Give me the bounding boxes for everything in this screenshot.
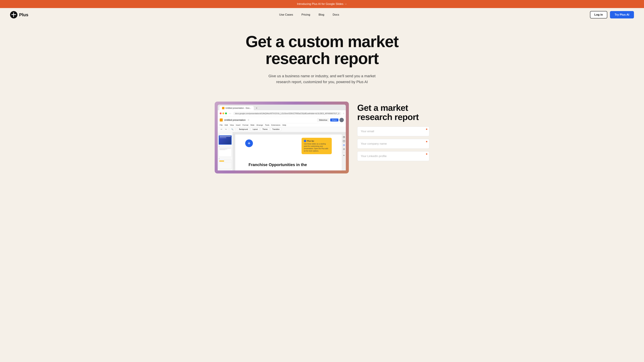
main-content: Untitled presentation - Goo... + ‹ › doc… [204,93,440,173]
new-tab-button[interactable]: + [254,106,258,110]
login-button[interactable]: Log in [590,11,607,18]
hero-title: Get a custom market research report [230,33,414,67]
announcement-banner[interactable]: Introducing Plus AI for Google Slides → [0,0,644,8]
transition-button[interactable]: Transition [270,128,282,131]
nav-blog[interactable]: Blog [319,13,324,16]
menu-tools[interactable]: Tools [265,124,269,126]
nav-docs[interactable]: Docs [333,13,339,16]
side-tool-3[interactable] [343,144,345,146]
browser-chrome: Untitled presentation - Goo... + ‹ › doc… [218,105,346,170]
side-toolbar: + [342,134,346,170]
separator-2 [236,128,236,131]
browser-mock: Untitled presentation - Goo... + ‹ › doc… [215,102,349,173]
hero-subtitle: Give us a business name or industry, and… [263,73,381,85]
back-button[interactable]: ‹ [229,112,230,115]
plus-tip-header-text: Plus tip: [307,140,314,142]
side-tool-1[interactable] [343,136,345,138]
linkedin-input[interactable] [357,151,429,161]
format-bar: ↩ ↪ 🔍 Background Layout Theme Transition [218,127,346,132]
slide-title: Franchise Opportunities in the [248,162,307,167]
plus-tip-body: Use these slides as a starting point for… [304,143,330,152]
minimize-dot[interactable] [222,112,224,114]
side-toolbar-separator [343,152,345,152]
plus-tip-box: + Plus tip: Use these slides as a starti… [302,138,332,154]
svg-rect-3 [343,140,345,142]
logo-text: Plus [19,12,28,17]
main-slide-area: + Plus tip: Use these slides as a starti… [233,132,346,170]
slide-area: 1 2 [218,132,346,170]
slides-panel: 1 2 [218,132,233,170]
add-slide-button[interactable]: + [343,154,345,157]
url-bar[interactable]: docs.google.com/presentation/d/1AkQHkoX9… [233,112,342,115]
plus-badge-icon [245,139,253,147]
browser-controls: ‹ › docs.google.com/presentation/d/1AkQH… [218,110,346,117]
hero-section: Get a custom market research report Give… [0,21,644,93]
app-title-bar: Untitled presentation ☆ Slideshow Share [218,117,346,123]
redo-button[interactable]: ↪ [224,128,228,131]
theme-button[interactable]: Theme [260,128,269,131]
vertical-ruler [233,134,235,170]
side-tool-4[interactable] [343,148,345,150]
menu-file[interactable]: File [220,124,223,126]
svg-point-5 [343,148,345,150]
menu-help[interactable]: Help [282,124,286,126]
navbar: Plus Use Cases Pricing Blog Docs Log in … [0,8,644,21]
menu-insert[interactable]: Insert [236,124,240,126]
company-input[interactable] [357,139,429,149]
announcement-text: Introducing Plus AI for Google Slides → [297,2,347,6]
url-text: docs.google.com/presentation/d/1AkQHkoX9… [235,112,340,114]
menu-extensions[interactable]: Extensions [271,124,280,126]
nav-links: Use Cases Pricing Blog Docs [279,13,339,16]
tab-favicon [222,107,224,109]
company-field-group [357,139,429,149]
bookmark-icon[interactable]: ☆ [343,112,345,115]
form-title: Get a market research report [357,103,429,121]
share-button[interactable]: Share [330,118,338,121]
horizontal-ruler [233,132,346,134]
linkedin-field-group [357,151,429,161]
email-input[interactable] [357,126,429,136]
menu-edit[interactable]: Edit [225,124,228,126]
slideshow-button[interactable]: Slideshow [317,118,329,122]
browser-tab[interactable]: Untitled presentation - Goo... [219,106,254,110]
browser-traffic-lights [220,112,227,114]
menu-format[interactable]: Format [242,124,248,126]
nav-pricing[interactable]: Pricing [302,13,310,16]
slide-item-1[interactable]: 1 [219,133,232,145]
nav-use-cases[interactable]: Use Cases [279,13,293,16]
menu-arrange[interactable]: Arrange [256,124,263,126]
maximize-dot[interactable] [225,112,227,114]
email-field-group [357,126,429,136]
menu-bar: File Edit View Insert Format Slide Arran… [218,123,346,127]
close-dot[interactable] [220,112,222,114]
slide-item-3[interactable]: 3 [219,158,232,169]
browser-tab-bar: Untitled presentation - Goo... + [218,105,346,110]
slide-item-2[interactable]: 2 [219,146,232,157]
star-icon[interactable]: ☆ [248,119,250,121]
form-section: Get a market research report [357,102,429,164]
user-avatar[interactable] [340,118,344,122]
slide-thumbnail-3[interactable] [219,160,232,169]
main-slide[interactable]: + Plus tip: Use these slides as a starti… [235,134,342,170]
svg-point-4 [343,144,345,146]
forward-button[interactable]: › [230,112,231,115]
tab-label: Untitled presentation - Goo... [226,107,251,109]
toolbar-share-area: Slideshow Share [317,118,344,122]
zoom-button[interactable]: 🔍 [230,128,234,131]
slide-thumbnail-2[interactable] [219,148,232,157]
slide-thumbnail-1[interactable] [219,135,232,145]
logo-link[interactable]: Plus [10,11,28,18]
try-button[interactable]: Try Plus AI [610,11,634,18]
presentation-title[interactable]: Untitled presentation [224,119,246,121]
plus-logo-icon [10,11,18,18]
plus-tip-icon: + [304,140,306,142]
layout-button[interactable]: Layout [251,128,260,131]
side-tool-2[interactable] [343,140,345,142]
nav-actions: Log in Try Plus AI [590,11,634,18]
menu-slide[interactable]: Slide [250,124,254,126]
undo-button[interactable]: ↩ [220,128,223,131]
browser-nav-buttons: ‹ › [228,112,232,115]
menu-view[interactable]: View [230,124,234,126]
background-button[interactable]: Background [237,128,250,131]
slides-icon [220,118,223,121]
